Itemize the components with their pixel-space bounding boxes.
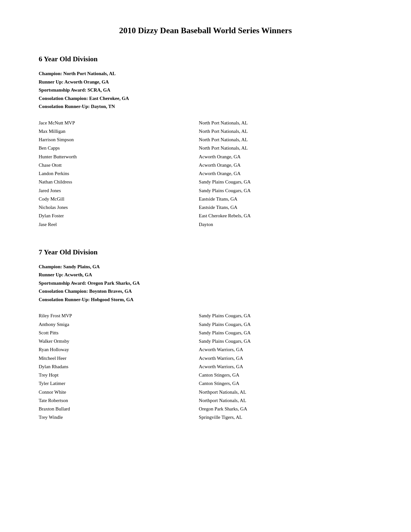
player-team: Sandy Plains Cougars, GA bbox=[199, 178, 372, 186]
table-row: Jared JonesSandy Plains Cougars, GA bbox=[39, 186, 372, 195]
player-name: Max Milligan bbox=[39, 127, 199, 135]
award-line: Runner Up: Acworth, GA bbox=[39, 271, 372, 279]
division-seven-year: 7 Year Old DivisionChampion: Sandy Plain… bbox=[39, 248, 372, 422]
player-team: North Port Nationals, AL bbox=[199, 144, 372, 152]
player-team: Sandy Plains Cougars, GA bbox=[199, 311, 372, 320]
division-six-year: 6 Year Old DivisionChampion: North Port … bbox=[39, 55, 372, 229]
award-line: Sportsmanship Award: Oregon Park Sharks,… bbox=[39, 279, 372, 288]
table-row: Braxton BullardOregon Park Sharks, GA bbox=[39, 405, 372, 413]
table-row: Jase ReelDayton bbox=[39, 220, 372, 229]
players-table-six-year: Jace McNutt MVPNorth Port Nationals, ALM… bbox=[39, 119, 372, 229]
player-name: Jace McNutt MVP bbox=[39, 119, 199, 127]
table-row: Anthony SmigaSandy Plains Cougars, GA bbox=[39, 320, 372, 329]
player-team: Acworth Warriors, GA bbox=[199, 362, 372, 371]
table-row: Mitcheel HeerAcworth Warriors, GA bbox=[39, 354, 372, 362]
player-name: Landon Perkins bbox=[39, 169, 199, 178]
player-name: Braxton Bullard bbox=[39, 405, 199, 413]
player-team: North Port Nationals, AL bbox=[199, 119, 372, 127]
table-row: Dylan RhadansAcworth Warriors, GA bbox=[39, 362, 372, 371]
table-row: Tyler LatimerCanton Stingers, GA bbox=[39, 379, 372, 388]
table-row: Tate RobertsonNorthport Nationals, AL bbox=[39, 396, 372, 405]
player-team: Acworth Warriors, GA bbox=[199, 354, 372, 362]
player-name: Dylan Rhadans bbox=[39, 362, 199, 371]
table-row: Trey WindleSpringville Tigers, AL bbox=[39, 413, 372, 421]
table-row: Max MilliganNorth Port Nationals, AL bbox=[39, 127, 372, 135]
player-team: Sandy Plains Cougars, GA bbox=[199, 320, 372, 329]
page-title: 2010 Dizzy Dean Baseball World Series Wi… bbox=[39, 26, 372, 35]
player-name: Jared Jones bbox=[39, 186, 199, 195]
player-team: Sandy Plains Cougars, GA bbox=[199, 186, 372, 195]
player-team: Sandy Plains Cougars, GA bbox=[199, 329, 372, 337]
player-name: Tyler Latimer bbox=[39, 379, 199, 388]
player-name: Chase Otott bbox=[39, 161, 199, 169]
player-name: Nicholas Jones bbox=[39, 203, 199, 212]
player-name: Trey Windle bbox=[39, 413, 199, 421]
player-team: Acworth Orange, GA bbox=[199, 161, 372, 169]
player-name: Ryan Holloway bbox=[39, 345, 199, 354]
division-awards-seven-year: Champion: Sandy Plains, GARunner Up: Acw… bbox=[39, 263, 372, 304]
award-line: Consolation Champion: East Cherokee, GA bbox=[39, 94, 372, 103]
table-row: Chase OtottAcworth Orange, GA bbox=[39, 161, 372, 169]
award-line: Consolation Runner-Up: Dayton, TN bbox=[39, 103, 372, 111]
player-name: Nathan Childress bbox=[39, 178, 199, 186]
division-title-seven-year: 7 Year Old Division bbox=[39, 248, 372, 256]
player-team: Dayton bbox=[199, 220, 372, 229]
player-team: North Port Nationals, AL bbox=[199, 135, 372, 144]
table-row: Nicholas JonesEastside Titans, GA bbox=[39, 203, 372, 212]
player-name: Dylan Foster bbox=[39, 212, 199, 220]
player-name: Harrison Simpson bbox=[39, 135, 199, 144]
player-team: Northport Nationals, AL bbox=[199, 396, 372, 405]
player-team: North Port Nationals, AL bbox=[199, 127, 372, 135]
player-team: Springville Tigers, AL bbox=[199, 413, 372, 421]
player-team: Northport Nationals, AL bbox=[199, 388, 372, 396]
table-row: Ben CappsNorth Port Nationals, AL bbox=[39, 144, 372, 152]
table-row: Ryan HollowayAcworth Warriors, GA bbox=[39, 345, 372, 354]
player-team: Canton Stingers, GA bbox=[199, 379, 372, 388]
table-row: Harrison SimpsonNorth Port Nationals, AL bbox=[39, 135, 372, 144]
division-title-six-year: 6 Year Old Division bbox=[39, 55, 372, 63]
player-name: Connor White bbox=[39, 388, 199, 396]
player-team: Oregon Park Sharks, GA bbox=[199, 405, 372, 413]
player-name: Trey Hopt bbox=[39, 371, 199, 379]
table-row: Jace McNutt MVPNorth Port Nationals, AL bbox=[39, 119, 372, 127]
table-row: Hunter ButterworthAcworth Orange, GA bbox=[39, 153, 372, 161]
table-row: Connor WhiteNorthport Nationals, AL bbox=[39, 388, 372, 396]
table-row: Nathan ChildressSandy Plains Cougars, GA bbox=[39, 178, 372, 186]
player-team: Sandy Plains Cougars, GA bbox=[199, 337, 372, 345]
award-line: Champion: Sandy Plains, GA bbox=[39, 263, 372, 271]
table-row: Dylan FosterEast Cherokee Rebels, GA bbox=[39, 212, 372, 220]
player-name: Ben Capps bbox=[39, 144, 199, 152]
player-team: Acworth Orange, GA bbox=[199, 169, 372, 178]
division-awards-six-year: Champion: North Port Nationals, ALRunner… bbox=[39, 70, 372, 111]
player-name: Jase Reel bbox=[39, 220, 199, 229]
table-row: Scott PittsSandy Plains Cougars, GA bbox=[39, 329, 372, 337]
player-team: Acworth Warriors, GA bbox=[199, 345, 372, 354]
player-name: Mitcheel Heer bbox=[39, 354, 199, 362]
award-line: Consolation Runner-Up: Hobgood Storm, GA bbox=[39, 296, 372, 304]
award-line: Sportsmanship Award: SCRA, GA bbox=[39, 86, 372, 94]
players-table-seven-year: Riley Frost MVPSandy Plains Cougars, GAA… bbox=[39, 311, 372, 421]
table-row: Walker OrmsbySandy Plains Cougars, GA bbox=[39, 337, 372, 345]
player-name: Walker Ormsby bbox=[39, 337, 199, 345]
player-name: Tate Robertson bbox=[39, 396, 199, 405]
award-line: Champion: North Port Nationals, AL bbox=[39, 70, 372, 78]
table-row: Landon PerkinsAcworth Orange, GA bbox=[39, 169, 372, 178]
player-name: Scott Pitts bbox=[39, 329, 199, 337]
table-row: Riley Frost MVPSandy Plains Cougars, GA bbox=[39, 311, 372, 320]
player-team: Acworth Orange, GA bbox=[199, 153, 372, 161]
player-team: Eastside Titans, GA bbox=[199, 195, 372, 203]
table-row: Trey HoptCanton Stingers, GA bbox=[39, 371, 372, 379]
player-team: Canton Stingers, GA bbox=[199, 371, 372, 379]
player-name: Riley Frost MVP bbox=[39, 311, 199, 320]
player-name: Hunter Butterworth bbox=[39, 153, 199, 161]
award-line: Consolation Champion: Boynton Braves, GA bbox=[39, 287, 372, 296]
player-team: Eastside Titans, GA bbox=[199, 203, 372, 212]
table-row: Cody McGillEastside Titans, GA bbox=[39, 195, 372, 203]
player-name: Cody McGill bbox=[39, 195, 199, 203]
player-team: East Cherokee Rebels, GA bbox=[199, 212, 372, 220]
award-line: Runner Up: Acworth Orange, GA bbox=[39, 78, 372, 86]
player-name: Anthony Smiga bbox=[39, 320, 199, 329]
